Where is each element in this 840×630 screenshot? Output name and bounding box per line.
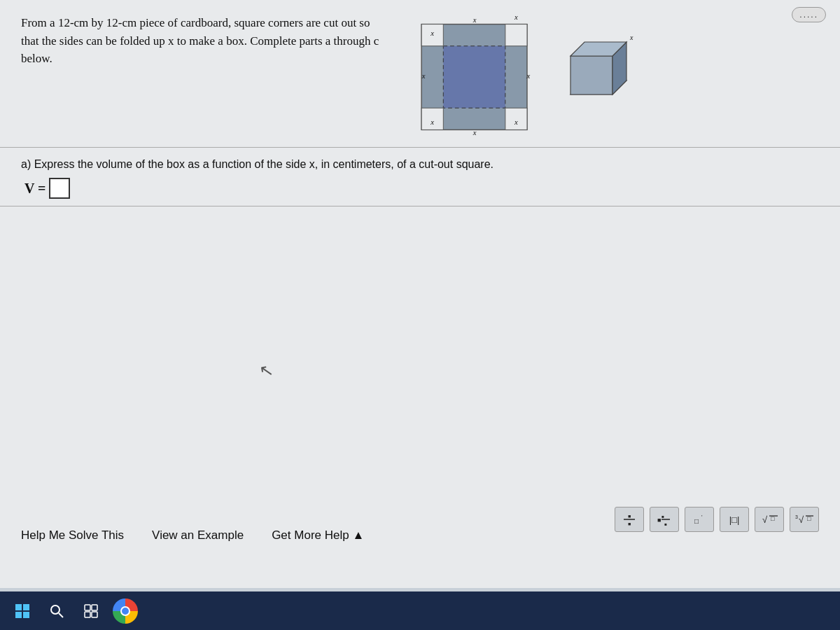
more-options-button[interactable]: ..... bbox=[792, 7, 826, 22]
answer-input-box[interactable] bbox=[49, 178, 70, 199]
bottom-links: Help Me Solve This View an Example Get M… bbox=[21, 528, 364, 542]
svg-text:': ' bbox=[701, 514, 703, 520]
chrome-inner-circle bbox=[120, 606, 130, 616]
svg-text:■: ■ bbox=[664, 522, 667, 526]
svg-text:x: x bbox=[629, 34, 634, 41]
svg-line-41 bbox=[59, 613, 63, 617]
svg-point-40 bbox=[51, 606, 59, 614]
cbrt-button[interactable]: 3 √ □ bbox=[790, 507, 819, 532]
math-toolbar: ■ ■ ■ ■ ■ □ ' bbox=[615, 507, 819, 532]
part-a-section: a) Express the volume of the box as a fu… bbox=[0, 148, 840, 206]
cardboard-net-diagram: x x x x x x x x bbox=[399, 14, 553, 140]
svg-text:■: ■ bbox=[628, 514, 631, 519]
taskbar-search-button[interactable] bbox=[41, 596, 72, 626]
svg-text:x: x bbox=[526, 71, 531, 80]
svg-rect-39 bbox=[23, 612, 29, 618]
windows-start-button[interactable] bbox=[7, 596, 38, 626]
svg-text:■: ■ bbox=[662, 514, 664, 519]
svg-text:x: x bbox=[514, 118, 518, 126]
svg-rect-36 bbox=[15, 604, 22, 610]
chrome-icon bbox=[113, 598, 138, 624]
svg-rect-37 bbox=[23, 604, 29, 610]
problem-text: From a 12-cm by 12-cm piece of cardboard… bbox=[21, 14, 385, 68]
svg-rect-45 bbox=[92, 612, 97, 617]
svg-text:x: x bbox=[430, 118, 434, 126]
problem-area: From a 12-cm by 12-cm piece of cardboard… bbox=[0, 0, 840, 148]
view-example-link[interactable]: View an Example bbox=[152, 528, 244, 542]
superscript-button[interactable]: □ ' bbox=[685, 507, 714, 532]
taskbar-task-view-button[interactable] bbox=[76, 596, 106, 626]
svg-text:x: x bbox=[421, 71, 426, 80]
help-me-solve-link[interactable]: Help Me Solve This bbox=[21, 528, 124, 542]
cursor-indicator: ↖ bbox=[258, 359, 275, 381]
svg-text:■: ■ bbox=[628, 522, 631, 526]
absolute-value-button[interactable]: |□| bbox=[720, 507, 749, 532]
mixed-fraction-button[interactable]: ■ ■ ■ bbox=[650, 507, 679, 532]
svg-marker-15 bbox=[570, 56, 612, 94]
sqrt-button[interactable]: √ □ bbox=[755, 507, 784, 532]
svg-text:3: 3 bbox=[795, 514, 798, 519]
svg-text:■: ■ bbox=[657, 517, 661, 524]
svg-rect-43 bbox=[92, 605, 97, 610]
svg-rect-44 bbox=[85, 612, 90, 617]
svg-text:√: √ bbox=[762, 514, 768, 525]
svg-rect-38 bbox=[15, 612, 22, 618]
v-equals-label: V = bbox=[24, 181, 46, 197]
svg-text:|□|: |□| bbox=[729, 514, 740, 525]
svg-text:√: √ bbox=[799, 514, 804, 525]
work-area: ↖ ■ ■ ■ ■ ■ □ ' bbox=[0, 206, 840, 588]
svg-rect-42 bbox=[85, 605, 90, 610]
svg-rect-3 bbox=[505, 24, 527, 46]
svg-text:x: x bbox=[472, 15, 477, 24]
taskbar-chrome-button[interactable] bbox=[110, 596, 141, 626]
equation-row: V = bbox=[24, 178, 819, 199]
part-a-label: a) Express the volume of the box as a fu… bbox=[21, 158, 819, 171]
svg-text:x: x bbox=[514, 14, 518, 21]
svg-rect-1 bbox=[443, 46, 505, 108]
fraction-button[interactable]: ■ ■ bbox=[615, 507, 644, 532]
taskbar bbox=[0, 592, 840, 630]
main-content: From a 12-cm by 12-cm piece of cardboard… bbox=[0, 0, 840, 588]
svg-text:x: x bbox=[430, 29, 434, 37]
svg-text:□: □ bbox=[694, 517, 699, 525]
diagram-area: x x x x x x x x bbox=[399, 14, 637, 140]
svg-text:x: x bbox=[472, 128, 477, 136]
get-more-help-link[interactable]: Get More Help ▲ bbox=[272, 528, 364, 542]
box-3d-diagram: x bbox=[560, 31, 637, 122]
